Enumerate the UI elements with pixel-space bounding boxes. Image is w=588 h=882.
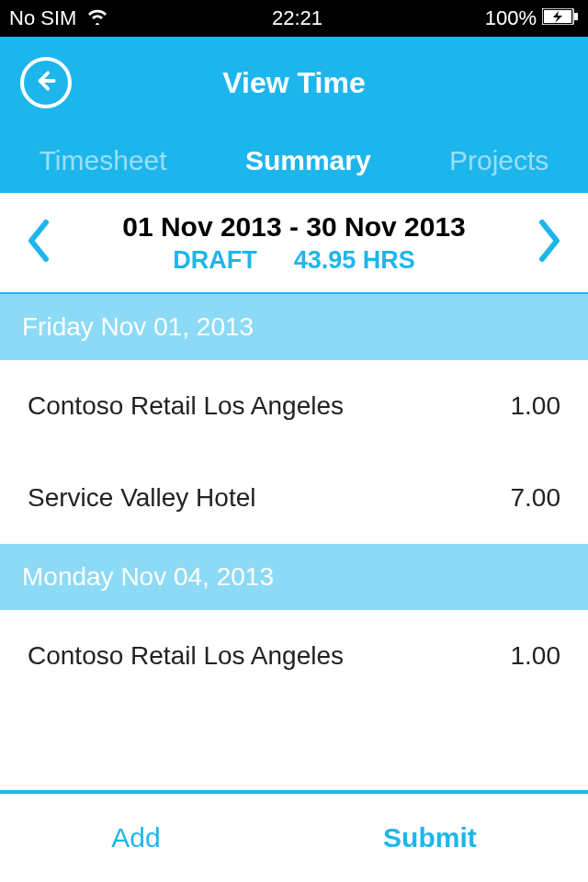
battery-text: 100% [485, 6, 537, 30]
summary-list: Friday Nov 01, 2013 Contoso Retail Los A… [0, 294, 588, 790]
back-arrow-icon [34, 69, 58, 96]
next-period-button[interactable] [537, 219, 562, 266]
date-section-header: Monday Nov 04, 2013 [0, 544, 588, 610]
add-button[interactable]: Add [111, 822, 160, 854]
date-section-header: Friday Nov 01, 2013 [0, 294, 588, 360]
total-hours: 43.95 HRS [294, 246, 415, 275]
page-title: View Time [222, 66, 365, 100]
back-button[interactable] [20, 57, 72, 108]
entry-name: Contoso Retail Los Angeles [28, 641, 344, 671]
timesheet-status: DRAFT [173, 246, 256, 275]
nav-header: View Time Timesheet Summary Projects [0, 37, 588, 193]
date-navigator: 01 Nov 2013 - 30 Nov 2013 DRAFT 43.95 HR… [0, 193, 588, 294]
time-entry-row[interactable]: Contoso Retail Los Angeles 1.00 [0, 360, 588, 452]
entry-name: Service Valley Hotel [28, 483, 255, 513]
prev-period-button[interactable] [26, 219, 51, 266]
date-range: 01 Nov 2013 - 30 Nov 2013 [51, 211, 537, 243]
carrier-text: No SIM [9, 6, 76, 30]
time-entry-row[interactable]: Contoso Retail Los Angeles 1.00 [0, 610, 588, 702]
tab-projects[interactable]: Projects [449, 145, 548, 176]
tab-timesheet[interactable]: Timesheet [40, 145, 167, 176]
entry-hours: 1.00 [511, 391, 561, 421]
entry-hours: 1.00 [511, 641, 561, 671]
submit-button[interactable]: Submit [383, 822, 477, 854]
tabs: Timesheet Summary Projects [0, 129, 588, 193]
battery-icon [542, 6, 579, 30]
bottom-toolbar: Add Submit [0, 790, 588, 882]
tab-summary[interactable]: Summary [245, 145, 371, 176]
entry-name: Contoso Retail Los Angeles [28, 391, 344, 421]
entry-hours: 7.00 [511, 483, 561, 513]
wifi-icon [85, 6, 109, 30]
status-time: 22:21 [272, 6, 322, 30]
time-entry-row[interactable]: Service Valley Hotel 7.00 [0, 452, 588, 544]
svg-rect-2 [574, 13, 578, 20]
status-bar: No SIM 22:21 100% [0, 0, 588, 37]
